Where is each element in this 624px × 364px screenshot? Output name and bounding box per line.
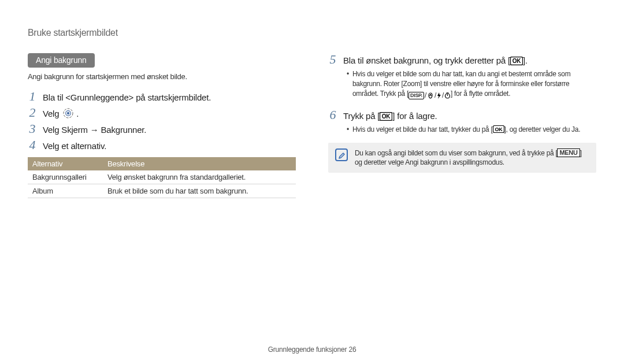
step-text: Bla til <Grunnleggende> på startskjermbi… [43,92,211,102]
nav-icons: DISP./// [408,91,451,101]
step-5-sub: • Hvis du velger et bilde som du har tat… [343,69,596,101]
ok-icon: OK [493,125,504,133]
step-text-period: . [76,109,79,118]
step-text: Bla til ønsket bakgrunn, og trykk derett… [343,55,528,65]
macro-icon [427,92,434,99]
table-row: Bakgrunnsgalleri Velg ønsket bakgrunn fr… [28,170,296,184]
note-text-pre: Du kan også angi bildet som du viser som… [355,149,557,157]
step-text: Velg . [43,107,79,119]
bullet-icon: • [343,125,352,135]
section-tab: Angi bakgrunn [28,53,95,68]
step-2: 2 Velg . [28,106,296,119]
flash-icon [437,92,441,99]
step-3: 3 Velg Skjerm → Bakgrunner. [28,122,296,135]
page-title: Bruke startskjermbildet [28,28,596,38]
bullet-icon: • [343,69,352,101]
svg-marker-5 [437,92,441,99]
step-number: 6 [328,109,337,121]
menu-icon: MENU [557,148,580,157]
step-text-label: Velg [43,109,61,118]
step-sub-text-post: ], og deretter velger du Ja. [504,125,581,133]
step-text: Velg Skjerm → Bakgrunner. [43,125,146,135]
disp-icon: DISP. [408,92,424,99]
left-column: Angi bakgrunn Angi bakgrunn for startskj… [28,53,296,198]
table-row: Album Bruk et bilde som du har tatt som … [28,184,296,198]
table-cell: Velg ønsket bakgrunn fra standardgalleri… [103,170,296,184]
step-1: 1 Bla til <Grunnleggende> på startskjerm… [28,90,296,103]
step-text-pre: Bla til ønsket bakgrunn, og trykk derett… [343,55,510,65]
step-text-mid: ] for å lagre. [392,111,437,121]
step-6-sub: • Hvis du velger et bilde du har tatt, t… [343,125,596,135]
slash: / [425,91,426,101]
table-cell: Album [28,184,103,198]
svg-text:OK: OK [495,127,503,132]
note-icon [335,148,348,161]
step-number: 2 [28,106,37,119]
note-box: Du kan også angi bildet som du viser som… [328,143,596,173]
note-text: Du kan også angi bildet som du viser som… [355,148,589,167]
ok-icon: OK [380,112,392,121]
slash: / [434,91,436,101]
step-text-pre: Trykk på [ [343,111,380,121]
step-5: 5 Bla til ønsket bakgrunn, og trykk dere… [328,53,596,66]
table-header: Beskrivelse [103,157,296,170]
options-table: Alternativ Beskrivelse Bakgrunnsgalleri … [28,157,296,198]
section-intro: Angi bakgrunn for startskjermen med ønsk… [28,72,296,81]
step-number: 3 [28,122,37,135]
slash: / [442,91,444,101]
page-footer: Grunnleggende funksjoner 26 [0,346,624,354]
step-sub-text-pre: Hvis du velger et bilde du har tatt, try… [352,125,493,133]
step-number: 1 [28,90,37,103]
step-6: 6 Trykk på [OK] for å lagre. [328,109,596,121]
right-column: 5 Bla til ønsket bakgrunn, og trykk dere… [328,53,596,198]
step-number: 4 [28,139,37,151]
svg-text:OK: OK [382,113,391,120]
timer-icon [444,92,451,99]
step-4: 4 Velg et alternativ. [28,139,296,151]
selector-icon [62,107,74,119]
step-text: Trykk på [OK] for å lagre. [343,111,437,121]
step-sub-text-post: ] for å flytte området. [451,90,510,98]
step-sub-text: Hvis du velger et bilde som du har tatt,… [352,69,596,101]
svg-text:OK: OK [512,58,522,64]
step-sub-text: Hvis du velger et bilde du har tatt, try… [352,125,580,135]
ok-icon: OK [510,57,523,65]
step-number: 5 [328,53,337,66]
svg-point-2 [67,112,69,114]
table-cell: Bruk et bilde som du har tatt som bakgru… [103,184,296,198]
table-cell: Bakgrunnsgalleri [28,170,103,184]
table-header: Alternativ [28,157,103,170]
step-text-post: ]. [523,55,528,65]
step-text: Velg et alternativ. [43,141,106,151]
